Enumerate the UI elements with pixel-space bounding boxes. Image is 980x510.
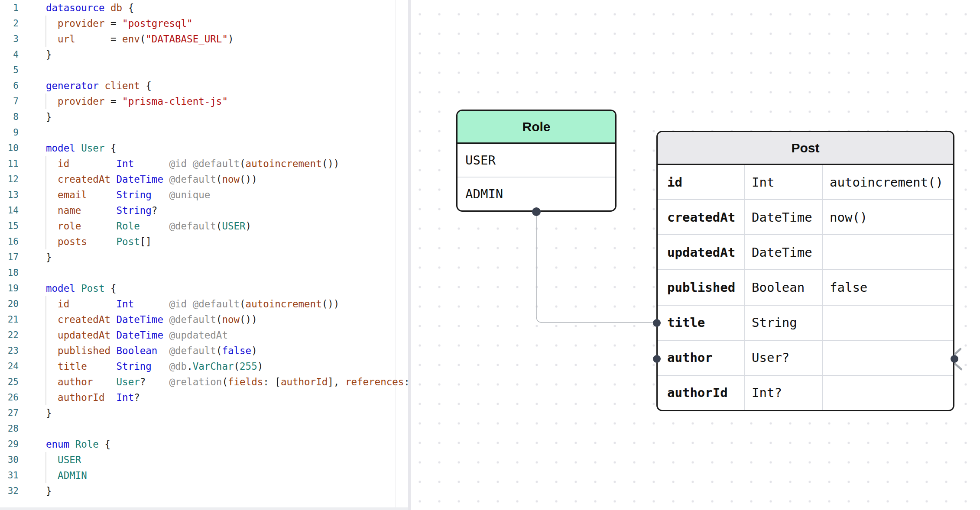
code-token: Post bbox=[117, 236, 140, 247]
code-token: { bbox=[99, 439, 110, 450]
line-number: 9 bbox=[0, 125, 19, 140]
line-number: 28 bbox=[0, 421, 19, 436]
field-type-cell: DateTime bbox=[744, 200, 822, 234]
code-line: model Post { bbox=[46, 281, 408, 296]
code-token: : [ bbox=[404, 376, 408, 387]
code-token bbox=[87, 361, 117, 372]
code-token: "DATABASE_URL" bbox=[146, 33, 228, 45]
code-token bbox=[46, 361, 58, 372]
code-token: { bbox=[104, 142, 116, 154]
line-number: 10 bbox=[0, 140, 19, 156]
code-token: published bbox=[58, 345, 110, 356]
code-token bbox=[46, 18, 58, 29]
code-token: DateTime bbox=[117, 174, 163, 185]
code-token bbox=[163, 329, 169, 341]
code-token: "prisma-client-js" bbox=[122, 96, 228, 107]
code-line: enum Role { bbox=[46, 436, 408, 452]
code-token: ADMIN bbox=[58, 470, 87, 481]
field-type-cell: DateTime bbox=[744, 235, 822, 269]
table-row: updatedAtDateTime bbox=[658, 235, 953, 270]
field-type-cell: Int? bbox=[744, 376, 822, 410]
code-line: name String? bbox=[46, 203, 408, 218]
editor-horizontal-scrollbar[interactable] bbox=[0, 507, 408, 510]
code-token: DateTime bbox=[117, 314, 163, 325]
code-line bbox=[46, 421, 408, 436]
code-token bbox=[134, 298, 169, 310]
code-token bbox=[46, 236, 58, 247]
code-token: Int bbox=[117, 392, 134, 403]
code-token bbox=[46, 454, 58, 465]
line-number: 26 bbox=[0, 390, 19, 405]
code-line: } bbox=[46, 249, 408, 265]
relation-dash-upper bbox=[955, 349, 961, 354]
code-token: now bbox=[222, 174, 240, 185]
code-token: VarChar bbox=[193, 361, 234, 372]
code-token: ], bbox=[328, 376, 345, 387]
code-line: provider = "prisma-client-js" bbox=[46, 94, 408, 109]
code-line bbox=[46, 125, 408, 140]
code-line: id Int @id @default(autoincrement()) bbox=[46, 156, 408, 171]
enum-value-row: USER bbox=[458, 144, 615, 178]
code-token: } bbox=[46, 485, 52, 497]
code-token: author bbox=[58, 376, 93, 387]
code-token: Post bbox=[81, 283, 104, 294]
code-token bbox=[134, 158, 169, 169]
code-token bbox=[104, 2, 110, 13]
code-token: @default bbox=[169, 174, 216, 185]
field-default-cell: now() bbox=[822, 200, 953, 234]
code-token bbox=[157, 345, 169, 356]
code-token bbox=[87, 236, 117, 247]
code-token: generator bbox=[46, 80, 99, 91]
code-token: datasource bbox=[46, 2, 104, 13]
code-token: ? bbox=[152, 205, 158, 216]
line-number: 4 bbox=[0, 47, 19, 62]
code-token: { bbox=[140, 80, 152, 91]
field-default-cell bbox=[822, 341, 953, 375]
line-number: 17 bbox=[0, 249, 19, 265]
entity-post-body: idIntautoincrement()createdAtDateTimenow… bbox=[658, 165, 953, 410]
code-line bbox=[46, 62, 408, 78]
entity-post-title: Post bbox=[791, 141, 819, 155]
code-token: autoincrement bbox=[246, 158, 322, 169]
code-token: now bbox=[222, 314, 240, 325]
code-token: USER bbox=[222, 220, 245, 232]
code-line: url = env("DATABASE_URL") bbox=[46, 31, 408, 47]
code-line: title String @db.VarChar(255) bbox=[46, 358, 408, 374]
code-token: @db bbox=[169, 361, 187, 372]
code-token: ( bbox=[216, 314, 222, 325]
code-token: ) bbox=[228, 33, 234, 45]
code-token: ( bbox=[216, 345, 222, 356]
code-line: provider = "postgresql" bbox=[46, 16, 408, 31]
code-token: User bbox=[81, 142, 104, 154]
code-token: ( bbox=[216, 220, 222, 232]
code-token: @id @default bbox=[169, 158, 240, 169]
code-line: authorId Int? bbox=[46, 390, 408, 405]
code-token: email bbox=[58, 189, 87, 200]
code-token: createdAt bbox=[58, 314, 110, 325]
code-token bbox=[163, 174, 169, 185]
code-line: createdAt DateTime @default(now()) bbox=[46, 171, 408, 187]
code-token: { bbox=[104, 283, 116, 294]
table-row: titleString bbox=[658, 306, 953, 341]
code-token bbox=[46, 158, 58, 169]
line-number: 8 bbox=[0, 109, 19, 125]
code-token: provider bbox=[58, 18, 104, 29]
entity-role[interactable]: Role USERADMIN bbox=[456, 110, 617, 212]
code-token: [] bbox=[140, 236, 152, 247]
code-token bbox=[46, 33, 58, 45]
field-name-cell: author bbox=[658, 341, 744, 375]
code-token bbox=[46, 205, 58, 216]
code-token: USER bbox=[58, 454, 81, 465]
erd-canvas[interactable]: Role USERADMIN Post idIntautoincrement()… bbox=[411, 0, 980, 510]
entity-post[interactable]: Post idIntautoincrement()createdAtDateTi… bbox=[656, 131, 954, 411]
code-token: DateTime bbox=[117, 329, 163, 341]
code-token: updatedAt bbox=[58, 329, 110, 341]
line-number: 31 bbox=[0, 468, 19, 483]
code-token: references bbox=[345, 376, 404, 387]
field-type-cell: User? bbox=[744, 341, 822, 375]
code-token: } bbox=[46, 252, 52, 263]
schema-editor[interactable]: 1234567891011121314151617181920212223242… bbox=[0, 0, 408, 510]
code-token: @updatedAt bbox=[169, 329, 227, 341]
code-line: posts Post[] bbox=[46, 234, 408, 249]
code-area[interactable]: datasource db { provider = "postgresql" … bbox=[46, 0, 408, 499]
